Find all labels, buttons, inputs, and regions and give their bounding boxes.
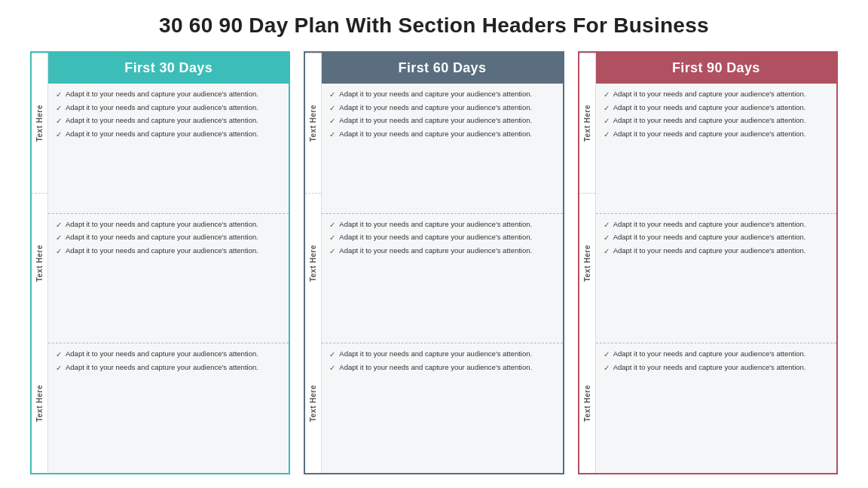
list-item: ✓Adapt it to your needs and capture your… [604,220,829,230]
list-item: ✓Adapt it to your needs and capture your… [329,246,555,257]
section-col-30-2: ✓Adapt it to your needs and capture your… [48,343,289,473]
checkmark-icon: ✓ [56,220,62,230]
list-item-text: Adapt it to your needs and capture your … [66,363,281,373]
side-label-col-90-2: Text Here [579,334,595,473]
list-item-text: Adapt it to your needs and capture your … [66,220,281,230]
checkmark-icon: ✓ [329,116,335,127]
col-content-col-30: First 30 Days✓Adapt it to your needs and… [48,53,289,473]
side-labels-col-30: Text HereText HereText Here [32,53,48,473]
list-item: ✓Adapt it to your needs and capture your… [56,220,281,230]
list-item-text: Adapt it to your needs and capture your … [339,130,555,139]
checkmark-icon: ✓ [604,363,610,374]
checkmark-icon: ✓ [604,130,610,140]
col-content-col-60: First 60 Days✓Adapt it to your needs and… [322,53,562,473]
checkmark-icon: ✓ [604,90,610,100]
column-col-90: Text HereText HereText HereFirst 90 Days… [578,51,838,474]
section-col-30-0: ✓Adapt it to your needs and capture your… [48,84,289,214]
checkmark-icon: ✓ [56,90,62,100]
list-item: ✓Adapt it to your needs and capture your… [56,363,281,374]
list-item-text: Adapt it to your needs and capture your … [613,103,829,113]
list-item: ✓Adapt it to your needs and capture your… [604,246,829,257]
list-item: ✓Adapt it to your needs and capture your… [604,90,829,100]
col-content-col-90: First 90 Days✓Adapt it to your needs and… [596,53,836,473]
checkmark-icon: ✓ [329,220,335,230]
checkmark-icon: ✓ [56,103,62,114]
checkmark-icon: ✓ [604,103,610,114]
col-header-col-60: First 60 Days [322,53,562,84]
section-col-90-2: ✓Adapt it to your needs and capture your… [596,343,836,473]
col-body-col-60: ✓Adapt it to your needs and capture your… [322,84,562,473]
list-item-text: Adapt it to your needs and capture your … [613,220,829,230]
col-body-col-90: ✓Adapt it to your needs and capture your… [596,84,836,473]
checkmark-icon: ✓ [56,349,62,360]
list-item-text: Adapt it to your needs and capture your … [613,349,829,359]
checkmark-icon: ✓ [329,363,335,374]
list-item-text: Adapt it to your needs and capture your … [613,363,829,373]
side-label-col-60-1: Text Here [305,193,321,333]
section-col-60-1: ✓Adapt it to your needs and capture your… [322,214,562,344]
checkmark-icon: ✓ [56,246,62,257]
side-label-col-90-1: Text Here [579,193,595,333]
list-item: ✓Adapt it to your needs and capture your… [329,363,555,374]
checkmark-icon: ✓ [604,246,610,257]
side-label-col-60-2: Text Here [305,334,321,473]
list-item: ✓Adapt it to your needs and capture your… [604,103,829,114]
side-label-col-30-1: Text Here [32,193,47,333]
list-item: ✓Adapt it to your needs and capture your… [56,130,281,140]
list-item: ✓Adapt it to your needs and capture your… [604,363,829,374]
checkmark-icon: ✓ [56,233,62,243]
checkmark-icon: ✓ [329,130,335,140]
list-item-text: Adapt it to your needs and capture your … [339,233,555,242]
list-item-text: Adapt it to your needs and capture your … [66,246,281,256]
list-item-text: Adapt it to your needs and capture your … [339,116,555,126]
list-item-text: Adapt it to your needs and capture your … [613,90,829,99]
section-col-90-1: ✓Adapt it to your needs and capture your… [596,214,836,344]
list-item-text: Adapt it to your needs and capture your … [613,233,829,242]
col-header-col-90: First 90 Days [596,53,836,84]
side-label-col-60-0: Text Here [305,53,321,193]
list-item: ✓Adapt it to your needs and capture your… [56,233,281,243]
list-item-text: Adapt it to your needs and capture your … [339,90,555,99]
checkmark-icon: ✓ [329,103,335,114]
list-item: ✓Adapt it to your needs and capture your… [329,103,555,114]
list-item-text: Adapt it to your needs and capture your … [66,90,281,99]
checkmark-icon: ✓ [56,116,62,127]
page: 30 60 90 Day Plan With Section Headers F… [0,0,868,488]
columns-wrapper: Text HereText HereText HereFirst 30 Days… [30,51,838,474]
list-item: ✓Adapt it to your needs and capture your… [329,349,555,360]
checkmark-icon: ✓ [604,220,610,230]
checkmark-icon: ✓ [604,116,610,127]
list-item-text: Adapt it to your needs and capture your … [613,130,829,139]
list-item-text: Adapt it to your needs and capture your … [66,233,281,242]
checkmark-icon: ✓ [329,246,335,257]
list-item: ✓Adapt it to your needs and capture your… [329,233,555,243]
list-item-text: Adapt it to your needs and capture your … [66,130,281,139]
list-item: ✓Adapt it to your needs and capture your… [56,116,281,127]
side-label-col-30-2: Text Here [32,334,47,473]
section-col-30-1: ✓Adapt it to your needs and capture your… [48,214,289,344]
checkmark-icon: ✓ [329,349,335,360]
list-item-text: Adapt it to your needs and capture your … [339,349,555,359]
section-col-60-2: ✓Adapt it to your needs and capture your… [322,343,562,473]
checkmark-icon: ✓ [329,90,335,100]
list-item: ✓Adapt it to your needs and capture your… [56,246,281,257]
checkmark-icon: ✓ [56,130,62,140]
list-item: ✓Adapt it to your needs and capture your… [604,349,829,360]
list-item-text: Adapt it to your needs and capture your … [339,220,555,230]
list-item-text: Adapt it to your needs and capture your … [613,116,829,126]
checkmark-icon: ✓ [604,233,610,243]
page-title: 30 60 90 Day Plan With Section Headers F… [159,14,709,38]
side-labels-col-90: Text HereText HereText Here [579,53,596,473]
checkmark-icon: ✓ [56,363,62,374]
section-col-90-0: ✓Adapt it to your needs and capture your… [596,84,836,214]
list-item: ✓Adapt it to your needs and capture your… [604,130,829,140]
list-item-text: Adapt it to your needs and capture your … [66,116,281,126]
col-header-col-30: First 30 Days [48,53,289,84]
list-item: ✓Adapt it to your needs and capture your… [604,233,829,243]
checkmark-icon: ✓ [329,233,335,243]
side-label-col-90-0: Text Here [579,53,595,193]
list-item: ✓Adapt it to your needs and capture your… [329,220,555,230]
side-label-col-30-0: Text Here [32,53,47,193]
column-col-30: Text HereText HereText HereFirst 30 Days… [30,51,290,474]
list-item: ✓Adapt it to your needs and capture your… [329,90,555,100]
